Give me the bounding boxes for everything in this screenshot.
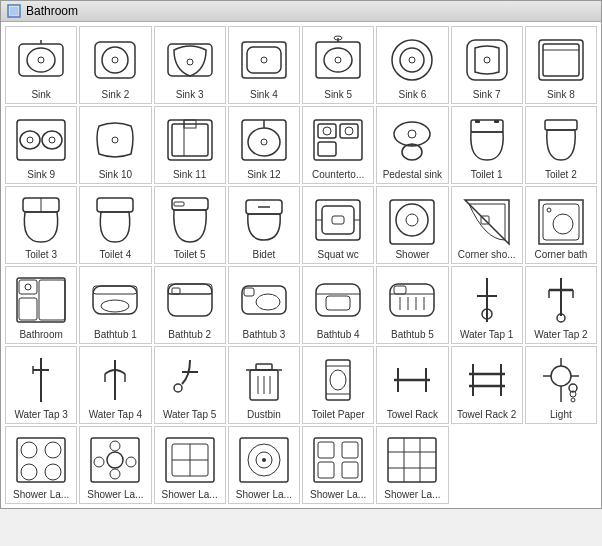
grid-item-toilet4[interactable]: Toilet 4 bbox=[79, 186, 151, 264]
sink5-icon bbox=[308, 32, 368, 87]
grid-item-pedestalsink[interactable]: Pedestal sink bbox=[376, 106, 448, 184]
grid-item-bathtub5[interactable]: Bathtub 5 bbox=[376, 266, 448, 344]
grid-item-label: Bathtub 3 bbox=[242, 329, 285, 341]
svg-rect-54 bbox=[545, 120, 577, 130]
grid-item-sink9[interactable]: Sink 9 bbox=[5, 106, 77, 184]
svg-rect-44 bbox=[340, 124, 358, 138]
showerla5-icon bbox=[308, 432, 368, 487]
grid-item-bathtub2[interactable]: Bathtub 2 bbox=[154, 266, 226, 344]
svg-point-30 bbox=[27, 137, 33, 143]
svg-rect-89 bbox=[316, 284, 360, 316]
svg-point-68 bbox=[396, 204, 428, 236]
grid-item-toiletpaper[interactable]: Toilet Paper bbox=[302, 346, 374, 424]
sink7-icon bbox=[457, 32, 517, 87]
grid-item-towelrack2[interactable]: Towel Rack 2 bbox=[451, 346, 523, 424]
grid-item-toilet5[interactable]: Toilet 5 bbox=[154, 186, 226, 264]
grid-item-sink5[interactable]: Sink 5 bbox=[302, 26, 374, 104]
icon-grid: SinkSink 2Sink 3Sink 4Sink 5Sink 6Sink 7… bbox=[5, 26, 597, 504]
grid-item-sink7[interactable]: Sink 7 bbox=[451, 26, 523, 104]
grid-item-label: Shower La... bbox=[162, 489, 218, 501]
grid-item-label: Sink 4 bbox=[250, 89, 278, 101]
svg-point-47 bbox=[394, 122, 430, 146]
grid-item-showerla5[interactable]: Shower La... bbox=[302, 426, 374, 504]
grid-item-bathtub4[interactable]: Bathtub 4 bbox=[302, 266, 374, 344]
grid-item-watertap4[interactable]: Water Tap 4 bbox=[79, 346, 151, 424]
grid-item-label: Shower La... bbox=[310, 489, 366, 501]
grid-item-sink12[interactable]: Sink 12 bbox=[228, 106, 300, 184]
svg-point-69 bbox=[406, 214, 418, 226]
bathtub5-icon bbox=[382, 272, 442, 327]
svg-point-142 bbox=[110, 441, 120, 451]
grid-item-label: Sink 12 bbox=[247, 169, 280, 181]
showerla1-icon bbox=[11, 432, 71, 487]
grid-item-watertap1[interactable]: Water Tap 1 bbox=[451, 266, 523, 344]
showerla3-icon bbox=[160, 432, 220, 487]
grid-item-label: Corner sho... bbox=[458, 249, 516, 261]
grid-item-watertap2[interactable]: Water Tap 2 bbox=[525, 266, 597, 344]
grid-item-bathtub3[interactable]: Bathtub 3 bbox=[228, 266, 300, 344]
grid-item-label: Dustbin bbox=[247, 409, 281, 421]
svg-point-3 bbox=[27, 48, 55, 72]
grid-item-cornershower[interactable]: Corner sho... bbox=[451, 186, 523, 264]
grid-item-watertap3[interactable]: Water Tap 3 bbox=[5, 346, 77, 424]
grid-item-countertop[interactable]: Counterto... bbox=[302, 106, 374, 184]
grid-item-showerla1[interactable]: Shower La... bbox=[5, 426, 77, 504]
grid-item-cornerbath[interactable]: Corner bath bbox=[525, 186, 597, 264]
grid-item-watertap5[interactable]: Water Tap 5 bbox=[154, 346, 226, 424]
toilet3-icon bbox=[11, 192, 71, 247]
toilet1-icon bbox=[457, 112, 517, 167]
grid-item-sink10[interactable]: Sink 10 bbox=[79, 106, 151, 184]
towelrack-icon bbox=[382, 352, 442, 407]
grid-item-label: Sink 6 bbox=[398, 89, 426, 101]
grid-item-shower[interactable]: Shower bbox=[376, 186, 448, 264]
grid-item-label: Sink 5 bbox=[324, 89, 352, 101]
grid-item-sink8[interactable]: Sink 8 bbox=[525, 26, 597, 104]
svg-point-23 bbox=[484, 57, 490, 63]
grid-item-toilet3[interactable]: Toilet 3 bbox=[5, 186, 77, 264]
grid-item-showerla6[interactable]: Shower La... bbox=[376, 426, 448, 504]
watertap2-icon bbox=[531, 272, 591, 327]
grid-item-bidet[interactable]: Bidet bbox=[228, 186, 300, 264]
window-icon bbox=[7, 4, 21, 18]
grid-item-showerla3[interactable]: Shower La... bbox=[154, 426, 226, 504]
grid-item-toilet2[interactable]: Toilet 2 bbox=[525, 106, 597, 184]
grid-item-label: Sink 9 bbox=[27, 169, 55, 181]
watertap1-icon bbox=[457, 272, 517, 327]
grid-item-label: Toilet Paper bbox=[312, 409, 365, 421]
grid-item-label: Towel Rack bbox=[387, 409, 438, 421]
svg-point-21 bbox=[409, 57, 415, 63]
bidet-icon bbox=[234, 192, 294, 247]
grid-item-squatwc[interactable]: Squat wc bbox=[302, 186, 374, 264]
grid-item-showerla2[interactable]: Shower La... bbox=[79, 426, 151, 504]
grid-item-sink1[interactable]: Sink bbox=[5, 26, 77, 104]
grid-item-light[interactable]: Light bbox=[525, 346, 597, 424]
grid-item-sink2[interactable]: Sink 2 bbox=[79, 26, 151, 104]
grid-item-label: Shower La... bbox=[13, 489, 69, 501]
grid-item-sink3[interactable]: Sink 3 bbox=[154, 26, 226, 104]
grid-item-label: Corner bath bbox=[534, 249, 587, 261]
svg-rect-27 bbox=[17, 120, 65, 160]
grid-item-towelrack[interactable]: Towel Rack bbox=[376, 346, 448, 424]
svg-rect-91 bbox=[326, 296, 350, 310]
grid-item-bathtub1[interactable]: Bathtub 1 bbox=[79, 266, 151, 344]
towelrack2-icon bbox=[457, 352, 517, 407]
sink4-icon bbox=[234, 32, 294, 87]
svg-point-120 bbox=[330, 370, 346, 390]
svg-rect-87 bbox=[244, 288, 254, 296]
icon-grid-container: SinkSink 2Sink 3Sink 4Sink 5Sink 6Sink 7… bbox=[1, 22, 601, 508]
grid-item-toilet1[interactable]: Toilet 1 bbox=[451, 106, 523, 184]
svg-point-8 bbox=[112, 57, 118, 63]
grid-item-showerla4[interactable]: Shower La... bbox=[228, 426, 300, 504]
toilet4-icon bbox=[85, 192, 145, 247]
svg-rect-34 bbox=[172, 124, 208, 156]
grid-item-dustbin[interactable]: Dustbin bbox=[228, 346, 300, 424]
grid-item-sink6[interactable]: Sink 6 bbox=[376, 26, 448, 104]
grid-item-bathroom[interactable]: Bathroom bbox=[5, 266, 77, 344]
svg-point-88 bbox=[256, 294, 280, 310]
grid-item-label: Sink 8 bbox=[547, 89, 575, 101]
sink1-icon bbox=[11, 32, 71, 87]
svg-rect-58 bbox=[172, 198, 208, 210]
grid-item-sink4[interactable]: Sink 4 bbox=[228, 26, 300, 104]
grid-item-label: Sink 3 bbox=[176, 89, 204, 101]
grid-item-sink11[interactable]: Sink 11 bbox=[154, 106, 226, 184]
